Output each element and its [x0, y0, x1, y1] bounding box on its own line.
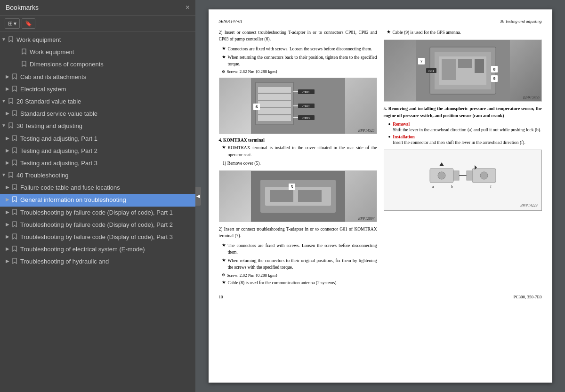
tree-item-testing-part2[interactable]: Testing and adjusting, Part 2	[0, 145, 195, 157]
svg-rect-2	[258, 87, 291, 93]
bookmark-tree: Work equipmentWork equipmentDimensions o…	[0, 32, 195, 392]
install-label: Installation	[393, 135, 414, 139]
tree-item-label: Electrical system	[20, 85, 192, 94]
svg-text:9: 9	[493, 76, 495, 81]
view-icon: ⊞	[8, 20, 13, 27]
svg-rect-22	[298, 190, 322, 202]
bookmark-page-icon	[8, 36, 14, 42]
tree-item-electrical[interactable]: Electrical system	[0, 83, 195, 96]
view-button[interactable]: ⊞ ▾	[5, 18, 20, 29]
tree-item-label: Standard service value table	[20, 110, 192, 118]
tree-item-failure-code[interactable]: Failure code table and fuse locations	[0, 182, 195, 194]
bullet-text-4: When returning the connectors to their o…	[228, 257, 377, 271]
two-column-layout: 2) Insert or connect troubleshooting T-a…	[219, 29, 542, 288]
bookmark-page-icon	[11, 258, 18, 264]
chevron-icon	[4, 221, 11, 228]
bullet-item-1: ★ Connectors are fixed with screws. Loos…	[222, 46, 377, 52]
star-icon-2: ★	[222, 54, 226, 59]
svg-rect-3	[258, 94, 291, 100]
install-text: Insert the connector and then shift the …	[393, 139, 525, 146]
tree-item-ts-electrical[interactable]: Troubleshooting of electrical system (E-…	[0, 243, 195, 256]
header-right: 30 Testing and adjusting	[500, 19, 541, 24]
step2-text: 2) Insert or connect troubleshooting T-a…	[219, 29, 377, 43]
bookmark-page-icon	[11, 246, 18, 252]
removal-item: ● Removal Shift the lever in the arrowhe…	[388, 122, 542, 133]
tree-item-label: General information on troubleshooting	[20, 196, 192, 204]
svg-text:CP01: CP01	[302, 90, 310, 94]
tree-item-ts-hydraulic[interactable]: Troubleshooting of hydraulic and	[0, 256, 195, 268]
step4-title: 4. KOMTRAX terminal	[219, 138, 377, 143]
screw-line-2: ⚙ Screw: 2.82 Nm {0.288 kgm}	[222, 273, 377, 278]
chevron-icon	[4, 209, 11, 216]
bookmark-page-icon	[11, 233, 18, 240]
bookmarks-title: Bookmarks	[6, 4, 39, 11]
svg-text:G01: G01	[428, 69, 434, 73]
tree-item-testing-part3[interactable]: Testing and adjusting, Part 3	[0, 157, 195, 169]
page-footer: 10 PC300, 350-7E0	[219, 295, 542, 299]
bookmark-page-icon	[11, 86, 18, 92]
removal-label: Removal	[393, 122, 410, 127]
collapse-panel-button[interactable]: ◀	[195, 187, 201, 206]
bookmark-page-icon	[11, 160, 18, 166]
tree-item-label: 20 Standard value table	[16, 97, 192, 106]
connector-image-svg: 6 CP01 CP02 CP03	[219, 78, 377, 134]
tree-item-label: 30 Testing and adjusting	[16, 122, 192, 130]
tree-item-label: Failure code table and fuse locations	[20, 184, 192, 192]
svg-rect-46	[467, 171, 472, 180]
tree-item-testing-part1[interactable]: Testing and adjusting, Part 1	[0, 133, 195, 145]
page-header: SEN04147-01 30 Testing and adjusting	[219, 19, 542, 24]
svg-text:CP02: CP02	[302, 104, 310, 108]
chevron-icon	[4, 196, 11, 203]
screw-icon-1: ⚙	[222, 70, 225, 74]
chevron-icon	[4, 86, 11, 92]
tree-item-cab[interactable]: Cab and its attachments	[0, 71, 195, 83]
install-item: ● Installation Insert the connector and …	[388, 135, 542, 146]
tree-item-general-info[interactable]: General information on troubleshooting	[0, 194, 195, 206]
tree-item-label: Troubleshooting by failure code (Display…	[20, 221, 192, 229]
right-bullet-text-1: Cable (9) is used for the GPS antenna.	[393, 29, 461, 36]
bullet-item-5: ★ Cable (8) is used for the communicatio…	[222, 280, 377, 286]
tree-item-work-equipment[interactable]: Work equipment	[0, 46, 195, 58]
svg-rect-29	[442, 59, 456, 80]
tree-item-label: 40 Troubleshooting	[16, 171, 192, 180]
bookmark-page-icon	[8, 172, 14, 178]
svg-point-43	[438, 172, 445, 179]
tree-item-dimensions[interactable]: Dimensions of components	[0, 58, 195, 71]
right-bullet-1: ★ Cable (9) is used for the GPS antenna.	[387, 29, 542, 36]
tree-item-label: Troubleshooting of electrical system (E-…	[20, 245, 192, 254]
bullet-circle-icon-2: ●	[388, 135, 391, 139]
document-page: SEN04147-01 30 Testing and adjusting 2) …	[209, 9, 552, 383]
tree-item-troubleshoot-group[interactable]: 40 Troubleshooting	[0, 169, 195, 182]
tree-item-ts-display-1[interactable]: Troubleshooting by failure code (Display…	[0, 207, 195, 219]
bookmark-page-icon	[21, 61, 27, 67]
bookmarks-header: Bookmarks ×	[0, 0, 195, 16]
tree-item-work-eq-group[interactable]: Work equipment	[0, 34, 195, 46]
tree-item-std-value-group[interactable]: 20 Standard value table	[0, 96, 195, 108]
svg-text:8: 8	[493, 67, 495, 72]
bookmark-page-icon	[11, 221, 18, 227]
svg-rect-6	[258, 115, 291, 121]
photo1-label: BPP14525	[358, 128, 375, 133]
gps-photo-inner: 7 8 9 G01	[384, 40, 541, 101]
chevron-icon	[0, 98, 8, 104]
svg-text:CP03: CP03	[302, 116, 310, 120]
tree-item-ts-display-2[interactable]: Troubleshooting by failure code (Display…	[0, 219, 195, 231]
removal-text: Shift the lever in the arrowhead directi…	[393, 127, 541, 133]
bookmark-icon-button[interactable]: 🔖	[22, 18, 35, 29]
step4-sub1: 1) Remove cover (5).	[219, 160, 377, 167]
star-icon-6: ★	[222, 280, 226, 285]
tree-item-std-service[interactable]: Standard service value table	[0, 108, 195, 120]
svg-text:f: f	[490, 184, 492, 189]
chevron-icon	[4, 73, 11, 80]
tree-item-ts-display-3[interactable]: Troubleshooting by failure code (Display…	[0, 231, 195, 243]
step4-step2: 2) Insert or connect troubleshooting T-a…	[219, 226, 377, 240]
tree-item-label: Testing and adjusting, Part 2	[20, 147, 192, 155]
bookmark-page-icon	[11, 73, 18, 80]
tree-item-testing-group[interactable]: 30 Testing and adjusting	[0, 120, 195, 132]
bullet-item-2: ★ When returning the connectors back to …	[222, 54, 377, 68]
gps-image-svg: 7 8 9 G01	[384, 40, 541, 101]
step5-title-text: 5. Removing and installing the atmospher…	[384, 106, 542, 118]
close-icon[interactable]: ×	[186, 4, 190, 11]
header-left: SEN04147-01	[219, 19, 243, 24]
svg-rect-42	[453, 171, 459, 180]
